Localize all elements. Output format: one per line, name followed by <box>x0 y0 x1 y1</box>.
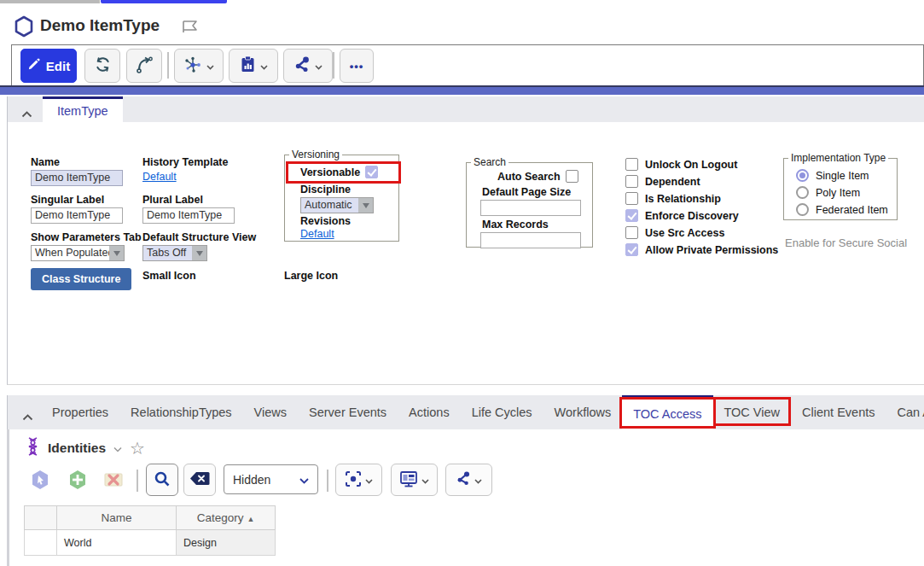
class-structure-button[interactable]: Class Structure <box>31 268 131 290</box>
collapse-chevron-icon[interactable] <box>22 409 33 424</box>
favorite-star-icon[interactable]: ☆ <box>130 438 145 458</box>
default-structure-view-label: Default Structure View <box>142 231 256 243</box>
chevron-down-icon <box>474 474 482 487</box>
ellipsis-icon: ••• <box>350 60 364 73</box>
app-window: Demo ItemType Edit ••• ItemType <box>0 0 924 566</box>
revisions-link[interactable]: Default <box>300 228 334 240</box>
refresh-button[interactable] <box>84 49 120 83</box>
federated-item-radio[interactable] <box>796 203 809 216</box>
selector-column-header[interactable] <box>25 506 57 530</box>
tab-relationshiptypes[interactable]: RelationshipTypes <box>119 395 243 429</box>
hidden-filter-select[interactable]: Hidden <box>224 464 318 494</box>
tab-actions[interactable]: Actions <box>398 395 461 429</box>
dropdown-arrow-icon[interactable] <box>192 246 206 260</box>
flag-icon[interactable] <box>182 19 199 38</box>
show-parameters-tab-select[interactable]: When Populated <box>31 245 125 261</box>
enforce-discovery-checkbox[interactable] <box>625 209 638 222</box>
horizontal-splitter[interactable] <box>0 85 924 95</box>
tab-itemtype-label: ItemType <box>57 104 108 118</box>
large-icon-label: Large Icon <box>284 270 338 282</box>
select-item-button[interactable] <box>24 464 56 497</box>
row-selector-cell[interactable] <box>25 530 57 556</box>
itemtype-tabstrip <box>8 96 924 122</box>
flag-row: Unlock On Logout <box>625 158 778 171</box>
default-structure-view-select[interactable]: Tabs Off <box>142 245 207 261</box>
tab-toc-access[interactable]: TOC Access <box>622 395 712 429</box>
tab-toc-view[interactable]: TOC View <box>713 395 792 429</box>
chevron-down-icon <box>315 60 323 73</box>
search-legend: Search <box>471 156 508 168</box>
history-template-label: History Template <box>142 156 229 168</box>
name-column-header[interactable]: Name <box>57 506 177 530</box>
itemtype-hexagon-icon <box>14 15 34 38</box>
plural-label-field[interactable] <box>142 207 235 224</box>
single-item-label: Single Item <box>816 170 869 182</box>
name-cell[interactable]: World <box>57 530 177 556</box>
layout-view-button[interactable] <box>391 464 438 496</box>
singular-label-field[interactable] <box>31 207 123 224</box>
poly-item-radio[interactable] <box>796 186 809 199</box>
tab-views[interactable]: Views <box>243 395 298 429</box>
backspace-erase-icon <box>189 471 210 488</box>
tab-can-add[interactable]: Can Add <box>886 395 924 429</box>
identities-grid: Name Category▲ World Design <box>24 505 276 556</box>
category-cell[interactable]: Design <box>177 530 276 556</box>
monitor-layout-icon <box>399 470 418 490</box>
refresh-icon <box>95 56 111 75</box>
is-relationship-checkbox[interactable] <box>625 192 638 205</box>
chevron-down-icon[interactable] <box>113 441 122 456</box>
single-item-radio[interactable] <box>796 169 809 182</box>
max-records-field[interactable] <box>480 232 581 248</box>
discipline-select[interactable]: Automatic <box>300 197 374 213</box>
hexagon-cursor-icon <box>30 469 50 493</box>
share-icon <box>293 56 311 75</box>
edit-button-label: Edit <box>46 59 70 73</box>
singular-label-label: Singular Label <box>31 194 104 206</box>
collapse-chevron-icon[interactable] <box>21 106 32 121</box>
share-button[interactable] <box>283 49 333 83</box>
tab-itemtype[interactable]: ItemType <box>43 96 123 122</box>
versionable-checkbox[interactable] <box>365 166 378 178</box>
more-actions-button[interactable]: ••• <box>340 49 374 83</box>
tab-server-events[interactable]: Server Events <box>298 395 398 429</box>
category-column-header[interactable]: Category▲ <box>177 506 276 530</box>
tab-life-cycles[interactable]: Life Cycles <box>461 395 543 429</box>
discipline-label: Discipline <box>300 184 351 195</box>
edit-button[interactable]: Edit <box>20 49 77 83</box>
auto-search-checkbox[interactable] <box>566 170 578 183</box>
history-template-link[interactable]: Default <box>142 171 177 183</box>
top-tab-underline-inactive <box>0 0 100 3</box>
default-page-size-field[interactable] <box>480 200 581 216</box>
focus-view-button[interactable] <box>335 464 382 496</box>
clear-search-button[interactable] <box>183 464 216 496</box>
add-row-button[interactable] <box>61 464 94 497</box>
enable-secure-social-label: Enable for Secure Social <box>785 236 907 249</box>
delete-row-button[interactable] <box>97 464 130 497</box>
tab-workflows[interactable]: Workflows <box>543 395 623 429</box>
default-structure-view-value: Tabs Off <box>143 246 192 260</box>
tab-client-events[interactable]: Client Events <box>791 395 886 429</box>
poly-item-label: Poly Item <box>816 187 860 199</box>
flag-row: Dependent <box>625 175 778 188</box>
dropdown-arrow-icon[interactable] <box>358 198 373 213</box>
tab-properties[interactable]: Properties <box>41 395 119 429</box>
use-src-access-label: Use Src Access <box>645 227 724 239</box>
promote-version-button[interactable] <box>126 49 162 83</box>
chevron-down-icon <box>206 60 214 73</box>
unlock-on-logout-checkbox[interactable] <box>625 158 638 171</box>
name-field[interactable] <box>31 170 123 186</box>
use-src-access-checkbox[interactable] <box>625 226 638 239</box>
dropdown-arrow-icon[interactable] <box>109 246 124 260</box>
unlock-on-logout-label: Unlock On Logout <box>645 159 737 171</box>
grid-row[interactable]: World Design <box>25 530 276 556</box>
allow-private-permissions-checkbox[interactable] <box>625 243 638 256</box>
reports-button[interactable] <box>229 49 278 83</box>
show-parameters-tab-value: When Populated <box>32 246 109 260</box>
structure-hub-button[interactable] <box>174 49 224 83</box>
dependent-checkbox[interactable] <box>625 175 638 188</box>
max-records-label: Max Records <box>482 219 549 230</box>
implementation-type-legend: Implementation Type <box>788 152 888 164</box>
share-grid-button[interactable] <box>445 464 492 496</box>
hub-network-icon <box>183 56 202 76</box>
search-toggle-button[interactable] <box>146 464 178 496</box>
